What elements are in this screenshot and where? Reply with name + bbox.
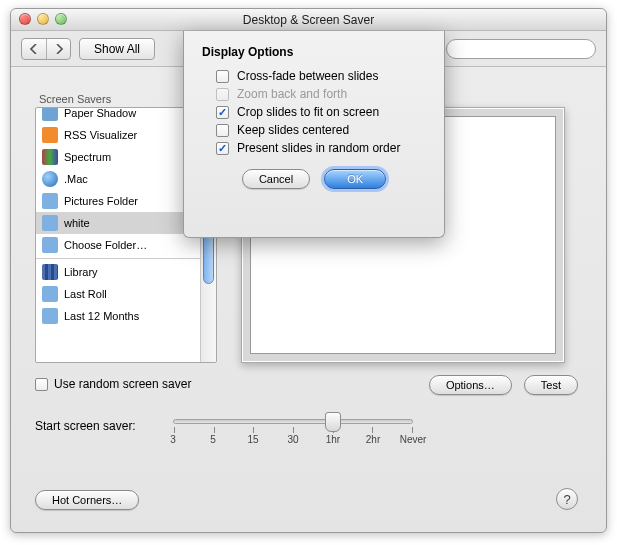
list-item-label: Last 12 Months xyxy=(64,310,139,322)
list-item[interactable]: Choose Folder… xyxy=(36,234,200,256)
search-field[interactable] xyxy=(446,39,596,59)
list-item-label: Pictures Folder xyxy=(64,195,138,207)
show-all-button[interactable]: Show All xyxy=(79,38,155,60)
cancel-label: Cancel xyxy=(259,173,293,185)
zoom-icon[interactable] xyxy=(55,13,67,25)
cancel-button[interactable]: Cancel xyxy=(242,169,310,189)
help-button[interactable]: ? xyxy=(556,488,578,510)
checkbox-icon[interactable] xyxy=(35,378,48,391)
screensavers-label: Screen Savers xyxy=(39,93,111,105)
folder-icon xyxy=(42,286,58,302)
checkbox-icon[interactable] xyxy=(216,124,229,137)
slider-label: Start screen saver: xyxy=(35,419,136,433)
list-item-selected[interactable]: white xyxy=(36,212,200,234)
display-options-sheet: Display Options Cross-fade between slide… xyxy=(183,31,445,238)
checkbox-icon[interactable] xyxy=(216,106,229,119)
random-saver-label: Use random screen saver xyxy=(54,377,191,391)
list-item-label: Paper Shadow xyxy=(64,107,136,119)
list-item[interactable]: Spectrum xyxy=(36,146,200,168)
start-delay-slider[interactable]: 3 5 15 30 1hr 2hr Never xyxy=(173,419,413,448)
sheet-actions: Cancel OK xyxy=(202,169,426,189)
spectrum-icon xyxy=(42,149,58,165)
hot-corners-button[interactable]: Hot Corners… xyxy=(35,490,139,510)
slider-track[interactable] xyxy=(173,419,413,424)
list-item-label: white xyxy=(64,217,90,229)
nav-back-forward xyxy=(21,38,71,60)
test-label: Test xyxy=(541,379,561,391)
opt-zoom: Zoom back and forth xyxy=(202,85,426,103)
option-label: Zoom back and forth xyxy=(237,87,347,101)
saver-icon xyxy=(42,107,58,121)
option-label: Crop slides to fit on screen xyxy=(237,105,379,119)
list-item-label: Choose Folder… xyxy=(64,239,147,251)
option-label: Present slides in random order xyxy=(237,141,400,155)
opt-crop[interactable]: Crop slides to fit on screen xyxy=(202,103,426,121)
library-icon xyxy=(42,264,58,280)
opt-center[interactable]: Keep slides centered xyxy=(202,121,426,139)
list-item[interactable]: Paper Shadow xyxy=(36,107,200,124)
prefs-window: Desktop & Screen Saver Show All Screen S… xyxy=(10,8,607,533)
list-item[interactable]: RSS Visualizer xyxy=(36,124,200,146)
screensavers-list-inner[interactable]: Paper Shadow RSS Visualizer Spectrum .Ma… xyxy=(36,107,200,362)
checkbox-icon[interactable] xyxy=(216,142,229,155)
slider-tick-labels: 3 5 15 30 1hr 2hr Never xyxy=(173,434,413,448)
help-icon: ? xyxy=(563,492,570,507)
tick-label: 5 xyxy=(210,434,216,445)
tick-label: 2hr xyxy=(366,434,380,445)
globe-icon xyxy=(42,171,58,187)
list-divider xyxy=(36,258,200,259)
hot-corners-label: Hot Corners… xyxy=(52,494,122,506)
ok-button[interactable]: OK xyxy=(324,169,386,189)
list-item-label: Library xyxy=(64,266,98,278)
list-item[interactable]: .Mac xyxy=(36,168,200,190)
window-title: Desktop & Screen Saver xyxy=(243,13,374,27)
window-controls xyxy=(19,13,67,25)
test-button[interactable]: Test xyxy=(524,375,578,395)
minimize-icon[interactable] xyxy=(37,13,49,25)
list-item[interactable]: Last 12 Months xyxy=(36,305,200,327)
rss-icon xyxy=(42,127,58,143)
forward-button[interactable] xyxy=(46,39,70,59)
chevron-right-icon xyxy=(55,44,63,54)
list-item-label: Last Roll xyxy=(64,288,107,300)
tick-label: 15 xyxy=(247,434,258,445)
close-icon[interactable] xyxy=(19,13,31,25)
tick-label: 3 xyxy=(170,434,176,445)
list-item-label: .Mac xyxy=(64,173,88,185)
ok-label: OK xyxy=(347,173,363,185)
tick-label: 30 xyxy=(287,434,298,445)
list-item[interactable]: Pictures Folder xyxy=(36,190,200,212)
search-input[interactable] xyxy=(457,42,599,56)
sheet-title: Display Options xyxy=(202,45,426,59)
options-label: Options… xyxy=(446,379,495,391)
opt-crossfade[interactable]: Cross-fade between slides xyxy=(202,67,426,85)
list-item-label: RSS Visualizer xyxy=(64,129,137,141)
options-test-buttons: Options… Test xyxy=(429,375,578,395)
random-saver-checkbox[interactable]: Use random screen saver xyxy=(35,377,191,391)
back-button[interactable] xyxy=(22,39,46,59)
checkbox-icon xyxy=(216,88,229,101)
list-item-label: Spectrum xyxy=(64,151,111,163)
chevron-left-icon xyxy=(30,44,38,54)
tick-label: Never xyxy=(400,434,427,445)
option-label: Cross-fade between slides xyxy=(237,69,378,83)
titlebar[interactable]: Desktop & Screen Saver xyxy=(11,9,606,31)
checkbox-icon[interactable] xyxy=(216,70,229,83)
options-button[interactable]: Options… xyxy=(429,375,512,395)
folder-icon xyxy=(42,308,58,324)
tick-label: 1hr xyxy=(326,434,340,445)
option-label: Keep slides centered xyxy=(237,123,349,137)
list-item[interactable]: Last Roll xyxy=(36,283,200,305)
list-item[interactable]: Library xyxy=(36,261,200,283)
slider-thumb[interactable] xyxy=(325,412,341,432)
folder-icon xyxy=(42,215,58,231)
folder-icon xyxy=(42,237,58,253)
opt-random[interactable]: Present slides in random order xyxy=(202,139,426,157)
folder-icon xyxy=(42,193,58,209)
show-all-label: Show All xyxy=(94,42,140,56)
